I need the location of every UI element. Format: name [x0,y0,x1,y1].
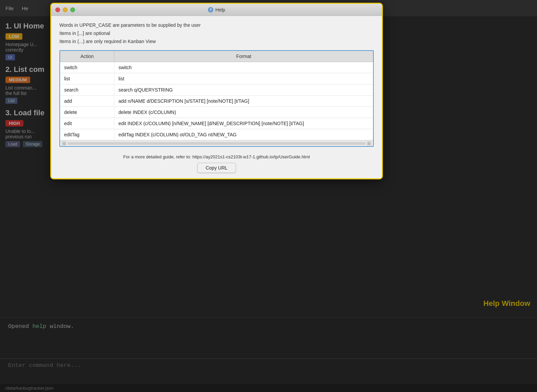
dialog-body: Words in UPPER_CASE are parameters to be… [51,16,382,178]
cell-action-delete: delete [60,107,114,118]
minimize-button[interactable] [63,7,68,12]
table-row: add add n/NAME d/DESCRIPTION [s/STATE] [… [60,96,373,107]
instruction-1: Words in UPPER_CASE are parameters to be… [59,21,374,30]
hscroll-left-arrow[interactable]: ‹ [62,141,66,145]
header-action: Action [60,51,114,62]
guide-text: For a more detailed guide, refer to: htt… [59,154,374,159]
table-row: list list [60,73,373,84]
cell-action-edittag: editTag [60,129,114,140]
cell-format-add: add n/NAME d/DESCRIPTION [s/STATE] [note… [114,96,373,106]
cell-format-edit: edit INDEX (c/COLUMN) [n/NEW_NAME] [d/NE… [114,118,373,129]
header-format: Format [114,51,373,62]
copy-url-button[interactable]: Copy URL [197,163,236,173]
cell-action-edit: edit [60,118,114,129]
instruction-2: Items in [...] are optional [59,30,374,38]
cell-format-search: search q/QUERYSTRING [114,84,373,95]
cell-action-search: search [60,84,114,95]
table-row: editTag editTag INDEX (c/COLUMN) ot/OLD_… [60,129,373,140]
help-dialog: ? Help Words in UPPER_CASE are parameter… [50,3,383,179]
cell-format-list: list [114,73,373,84]
cell-format-switch: switch [114,62,373,73]
dialog-footer: For a more detailed guide, refer to: htt… [59,152,374,174]
dialog-title-text: Help [216,7,225,13]
table-scroll[interactable]: switch switch list list search search q/… [60,62,373,140]
help-icon: ? [208,7,214,13]
hscroll-bar [68,142,366,145]
cell-action-add: add [60,96,114,106]
hscroll-right-arrow[interactable]: › [367,141,371,145]
window-buttons [55,7,75,12]
instruction-3: Items in (...) are only required in Kanb… [59,38,374,46]
cell-action-list: list [60,73,114,84]
cell-format-edittag: editTag INDEX (c/COLUMN) ot/OLD_TAG nt/N… [114,129,373,140]
table-hscroll[interactable]: ‹ › [60,140,373,146]
cell-action-switch: switch [60,62,114,73]
dialog-title: ? Help [208,7,225,13]
table-row: switch switch [60,62,373,73]
dialog-instructions: Words in UPPER_CASE are parameters to be… [59,21,374,45]
cell-format-delete: delete INDEX (c/COLUMN) [114,107,373,118]
table-row: edit edit INDEX (c/COLUMN) [n/NEW_NAME] … [60,118,373,129]
maximize-button[interactable] [70,7,75,12]
title-bar: ? Help [51,4,382,16]
table-row: search search q/QUERYSTRING [60,84,373,96]
help-table: Action Format switch switch list list se… [59,50,374,147]
close-button[interactable] [55,7,60,12]
table-row: delete delete INDEX (c/COLUMN) [60,107,373,118]
table-header: Action Format [60,51,373,62]
